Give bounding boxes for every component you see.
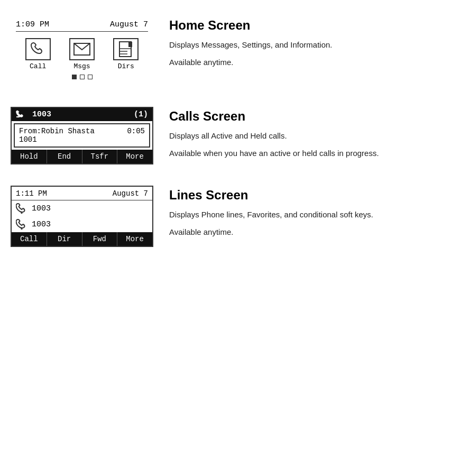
line1-number: 1003 [32, 204, 51, 213]
line2-icon [16, 219, 27, 230]
lines-softkey-fwd[interactable]: Fwd [82, 232, 118, 246]
home-date: August 7 [110, 20, 148, 29]
lines-para1: Displays Phone lines, Favorites, and con… [169, 209, 441, 221]
home-status-bar: 1:09 PM August 7 [16, 20, 148, 32]
calls-title: Calls Screen [169, 109, 441, 124]
caller-number: 1001 [19, 135, 145, 144]
home-title: Home Screen [169, 18, 441, 33]
calls-para2: Available when you have an active or hel… [169, 148, 441, 160]
msgs-icon-box [69, 38, 95, 60]
lines-status-bar: 1:11 PM August 7 [12, 187, 152, 200]
home-screen-mockup: 1:09 PM August 7 Call Msgs [11, 16, 153, 86]
calls-screen-mockup: 1003 (1) From:Robin Shasta 0:05 1001 Hol… [11, 107, 153, 164]
svg-rect-6 [16, 116, 20, 117]
calls-description: Calls Screen Displays all Active and Hel… [169, 107, 441, 164]
lines-time: 1:11 PM [16, 189, 47, 198]
calls-softkeys: Hold End Tsfr More [12, 150, 152, 163]
call-icon-box [25, 38, 51, 60]
calls-para1: Displays all Active and Held calls. [169, 130, 441, 142]
lines-date: August 7 [113, 189, 148, 198]
dirs-icon-box [113, 38, 139, 60]
lines-description: Lines Screen Displays Phone lines, Favor… [169, 186, 441, 243]
softkey-tsfr[interactable]: Tsfr [82, 150, 118, 163]
lines-softkey-call[interactable]: Call [12, 232, 47, 246]
line1-icon [16, 203, 27, 214]
home-para2: Available anytime. [169, 57, 441, 69]
calls-phone-icon [16, 110, 25, 118]
softkey-end[interactable]: End [47, 150, 82, 163]
line-item-1: 1003 [12, 200, 152, 216]
lines-section: 1:11 PM August 7 1003 1003 Call Dir Fwd … [11, 186, 441, 247]
icon-msgs: Msgs [69, 38, 95, 70]
calls-title-number: 1003 [16, 110, 51, 119]
svg-rect-2 [128, 42, 132, 47]
dot-3 [88, 75, 93, 79]
msgs-label: Msgs [73, 62, 90, 70]
call-info-row: From:Robin Shasta 0:05 [19, 127, 145, 135]
call-info-box: From:Robin Shasta 0:05 1001 [14, 123, 150, 148]
home-description: Home Screen Displays Messages, Settings,… [169, 16, 441, 74]
call-duration: 0:05 [127, 127, 145, 135]
softkey-more[interactable]: More [117, 150, 152, 163]
lines-para2: Available anytime. [169, 226, 441, 239]
dirs-label: Dirs [118, 62, 134, 70]
home-section: 1:09 PM August 7 Call Msgs [11, 16, 441, 86]
home-time: 1:09 PM [16, 20, 49, 29]
home-para1: Displays Messages, Settings, and Informa… [169, 39, 441, 51]
icon-call: Call [25, 38, 51, 70]
home-icons-row: Call Msgs [16, 38, 148, 70]
msgs-icon [73, 42, 91, 56]
line-item-2: 1003 [12, 216, 152, 232]
call-label: Call [30, 62, 46, 70]
icon-dirs: Dirs [113, 38, 139, 70]
dot-1 [72, 75, 77, 79]
home-dots-row [16, 75, 148, 79]
caller-name: From:Robin Shasta [19, 127, 95, 135]
lines-screen-mockup: 1:11 PM August 7 1003 1003 Call Dir Fwd … [11, 186, 153, 247]
call-icon [30, 42, 46, 57]
dirs-icon [118, 41, 134, 58]
calls-title-bar: 1003 (1) [12, 108, 152, 121]
calls-count: (1) [134, 110, 148, 119]
lines-softkeys: Call Dir Fwd More [12, 232, 152, 246]
softkey-hold[interactable]: Hold [12, 150, 47, 163]
dot-2 [80, 75, 85, 79]
lines-title: Lines Screen [169, 188, 441, 203]
calls-section: 1003 (1) From:Robin Shasta 0:05 1001 Hol… [11, 107, 441, 164]
line2-number: 1003 [32, 220, 51, 229]
lines-softkey-more[interactable]: More [117, 232, 152, 246]
lines-softkey-dir[interactable]: Dir [47, 232, 82, 246]
